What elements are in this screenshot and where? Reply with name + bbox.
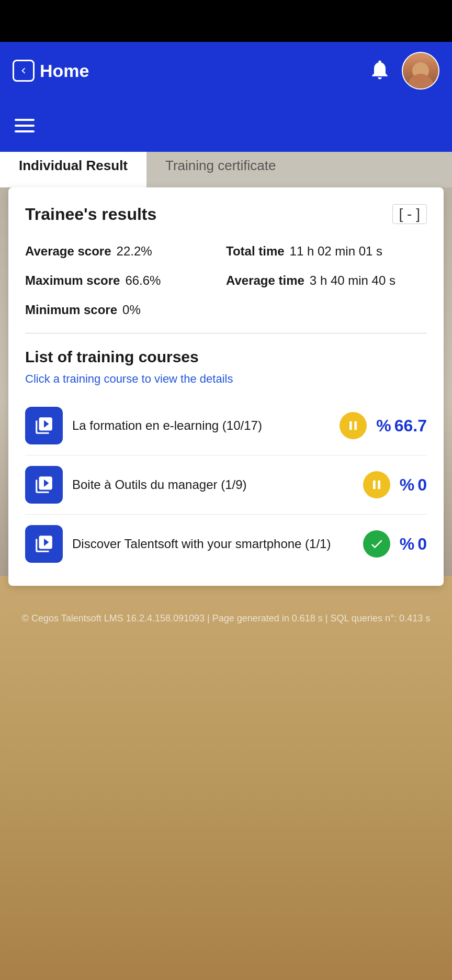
course-icon-1 [25, 407, 63, 444]
course-icon-3 [25, 525, 63, 563]
course-item-2[interactable]: Boite à Outils du manager (1/9) % 0 [25, 455, 427, 515]
stats-grid: Average score 22.2% Total time 11 h 02 m… [25, 237, 427, 325]
stat-average-time: Average time 3 h 40 min 40 s [226, 266, 427, 295]
percent-block-2: % 0 [400, 475, 427, 495]
avatar-image [403, 53, 438, 88]
hamburger-line-3 [15, 130, 35, 132]
course-list-title: List of training courses [25, 348, 427, 366]
stat-minimum-score: Minimum score 0% [25, 295, 226, 325]
stat-average-score: Average score 22.2% [25, 237, 226, 266]
status-bar [0, 0, 452, 42]
stat-total-time: Total time 11 h 02 min 01 s [226, 237, 427, 266]
secondary-navigation [0, 99, 452, 152]
hamburger-line-1 [15, 119, 35, 121]
percent-block-1: % 66.7 [376, 416, 427, 436]
percent-value-2: 0 [417, 475, 427, 495]
click-hint: Click a training course to view the deta… [25, 372, 427, 386]
percent-value-3: 0 [417, 534, 427, 554]
percent-value-1: 66.7 [394, 416, 427, 436]
course-icon-2 [25, 466, 63, 504]
trainee-header: Trainee's results [ - ] [25, 204, 427, 224]
hamburger-line-2 [15, 125, 35, 127]
back-icon [13, 60, 35, 82]
floor-background [0, 576, 452, 980]
back-button[interactable]: Home [13, 60, 89, 82]
status-paused-icon-1 [340, 412, 367, 439]
hamburger-menu[interactable] [15, 119, 35, 132]
footer: © Cegos Talentsoft LMS 16.2.4.158.091093… [0, 613, 452, 624]
course-item-3[interactable]: Discover Talentsoft with your smartphone… [25, 515, 427, 573]
bell-icon[interactable] [368, 58, 391, 83]
top-navigation: Home [0, 42, 452, 99]
course-name-1: La formation en e-learning (10/17) [72, 417, 330, 435]
stat-maximum-score: Maximum score 66.6% [25, 266, 226, 295]
collapse-button[interactable]: [ - ] [392, 204, 427, 224]
home-label: Home [40, 61, 89, 81]
course-item-1[interactable]: La formation en e-learning (10/17) % 66.… [25, 396, 427, 455]
status-completed-icon-3 [363, 530, 390, 558]
tabs-bar: Individual Result Training certificate [0, 146, 452, 187]
status-paused-icon-2 [363, 471, 390, 498]
main-card: Trainee's results [ - ] Average score 22… [8, 187, 444, 586]
trainee-results-title: Trainee's results [25, 205, 156, 224]
nav-right [368, 52, 439, 90]
divider [25, 333, 427, 333]
avatar[interactable] [402, 52, 439, 90]
course-name-3: Discover Talentsoft with your smartphone… [72, 535, 354, 553]
tab-training-certificate[interactable]: Training certificate [146, 146, 295, 187]
course-name-2: Boite à Outils du manager (1/9) [72, 476, 354, 494]
percent-block-3: % 0 [400, 534, 427, 554]
tab-individual-result[interactable]: Individual Result [0, 146, 146, 187]
